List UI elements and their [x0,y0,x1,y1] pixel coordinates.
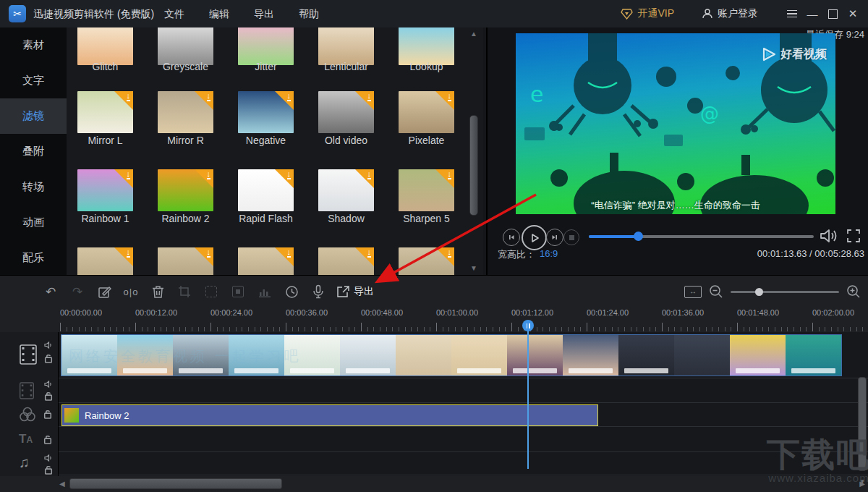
timeline-vscroll-thumb[interactable] [858,377,867,471]
maximize-button[interactable] [823,0,842,27]
filter-thumbnail-partial-3[interactable]: ↓ [238,247,294,275]
video-clip-thumbnail-1[interactable] [61,335,117,376]
filter-thumbnail-Sharpen 5[interactable]: ↓ [399,169,454,211]
timeline-zoom-thumb[interactable] [755,288,763,296]
video-clip-thumbnail-9[interactable] [507,335,563,376]
video-clip-thumbnail-2[interactable] [117,335,173,376]
hscroll-left-icon[interactable]: ◀ [59,480,65,488]
region-select-button[interactable] [203,282,220,301]
playhead-handle[interactable] [522,320,534,331]
filter-thumbnail-Rainbow 2[interactable]: ↓ [158,169,213,211]
video-clip-thumbnail-11[interactable] [618,335,674,376]
timeline-ruler[interactable]: 00:00:00.0000:00:12.0000:00:24.0000:00:3… [58,306,868,332]
filter-thumbnail-Rapid Flash[interactable]: ↓ [238,169,294,211]
fullscreen-button[interactable] [846,229,861,243]
video-clip-thumbnail-10[interactable] [563,335,618,376]
filter-scrollbar-thumb[interactable] [469,115,478,216]
record-voice-button[interactable] [310,282,327,301]
sidebar-item-滤镜[interactable]: 滤镜 [0,98,67,134]
filter-clip-rainbow2[interactable]: Rainbow 2 [61,404,598,426]
delete-button[interactable] [149,282,166,301]
filter-thumbnail-partial-2[interactable]: ↓ [158,247,213,275]
video-clip-thumbnail-13[interactable] [730,335,786,376]
hscroll-right-icon[interactable]: ▶ [859,480,865,488]
text-lock-icon[interactable] [43,434,52,444]
seek-bar[interactable] [589,235,814,238]
video-clip-thumbnail-3[interactable] [173,335,229,376]
video-mute-icon[interactable] [43,341,54,349]
filter-thumbnail-Greyscale[interactable] [158,27,213,65]
video-clip-thumbnail-6[interactable] [340,335,396,376]
filter-thumbnail-partial-4[interactable]: ↓ [318,247,374,275]
filter-thumbnail-Lookup[interactable] [399,27,454,65]
video-clip-thumbnail-7[interactable] [396,335,451,376]
filter-thumbnail-Lenticular[interactable] [318,27,374,65]
volume-button[interactable] [819,227,838,245]
filter-thumbnail-Mirror R[interactable]: ↓ [158,91,213,133]
filter-scrollbar[interactable]: ▲ ▼ [469,30,478,272]
vip-button[interactable]: 开通VIP [621,0,674,27]
video-clip-strip[interactable] [61,335,841,376]
sidebar-item-转场[interactable]: 转场 [0,169,67,205]
stop-button[interactable] [563,229,579,245]
zoom-out-button[interactable] [709,284,723,299]
filter-thumbnail-Glitch[interactable] [77,27,133,65]
hamburger-menu-icon[interactable] [783,0,801,27]
scroll-down-icon[interactable]: ▼ [470,265,477,272]
filter-thumbnail-Old video[interactable]: ↓ [318,91,374,133]
video-clip-thumbnail-5[interactable] [284,335,340,376]
sidebar-item-叠附[interactable]: 叠附 [0,134,67,169]
export-button[interactable]: 导出 [336,282,374,301]
redo-button[interactable]: ↷ [69,282,86,301]
login-button[interactable]: 账户登录 [702,0,758,27]
mosaic-button[interactable] [229,282,247,301]
sidebar-item-配乐[interactable]: 配乐 [0,240,67,276]
filter-thumbnail-partial-5[interactable]: ↓ [399,247,454,275]
timeline-hscroll-thumb[interactable] [69,478,282,489]
timeline-zoom-slider[interactable] [731,291,839,293]
filter-thumbnail-Mirror L[interactable]: ↓ [77,91,133,133]
menu-item-编辑[interactable]: 编辑 [197,0,242,27]
undo-button[interactable]: ↶ [42,282,59,301]
filter-thumbnail-Pixelate[interactable]: ↓ [399,91,454,133]
next-frame-button[interactable] [546,229,563,246]
menu-item-帮助[interactable]: 帮助 [286,0,331,27]
filter-thumbnail-Rainbow 1[interactable]: ↓ [77,169,133,211]
play-button[interactable] [522,225,547,250]
prev-frame-button[interactable] [503,229,520,246]
music-lock-icon[interactable] [44,465,53,475]
seek-thumb[interactable] [634,232,643,241]
aspect-ratio-value[interactable]: 16:9 [540,248,558,259]
duration-button[interactable] [283,282,300,301]
video-clip-thumbnail-14[interactable] [786,335,841,376]
pip-mute-icon[interactable] [43,380,54,389]
music-mute-icon[interactable] [43,454,54,462]
vip-label: 开通VIP [637,7,674,20]
timeline-horizontal-scrollbar[interactable]: ◀ ▶ [58,477,868,491]
sidebar-item-素材[interactable]: 素材 [0,27,67,63]
filter-lock-icon[interactable] [43,409,52,419]
filter-thumbnail-Negative[interactable]: ↓ [238,91,294,133]
filter-thumbnail-partial-1[interactable]: ↓ [77,247,133,275]
crop-button[interactable] [176,282,193,301]
zoom-in-button[interactable] [846,284,861,299]
filter-thumbnail-Shadow[interactable]: ↓ [318,169,374,211]
minimize-button[interactable]: — [803,0,822,27]
video-lock-icon[interactable] [44,353,53,363]
sidebar-item-动画[interactable]: 动画 [0,205,67,240]
timeline-vertical-scrollbar[interactable]: ▼ [857,334,867,475]
audio-wave-button[interactable] [256,282,273,301]
scroll-up-icon[interactable]: ▲ [470,30,477,38]
close-button[interactable]: ✕ [843,0,862,27]
menu-item-文件[interactable]: 文件 [152,0,197,27]
menu-item-导出[interactable]: 导出 [242,0,286,27]
sidebar-item-文字[interactable]: 文字 [0,63,67,98]
split-clip-button[interactable]: o|o [122,282,140,301]
video-clip-thumbnail-8[interactable] [451,335,507,376]
video-clip-thumbnail-12[interactable] [674,335,730,376]
video-clip-thumbnail-4[interactable] [229,335,284,376]
pip-lock-icon[interactable] [44,391,53,401]
edit-clip-button[interactable] [95,282,113,301]
fit-timeline-button[interactable]: ↔ [684,286,702,298]
filter-thumbnail-Jitter[interactable] [238,27,294,65]
